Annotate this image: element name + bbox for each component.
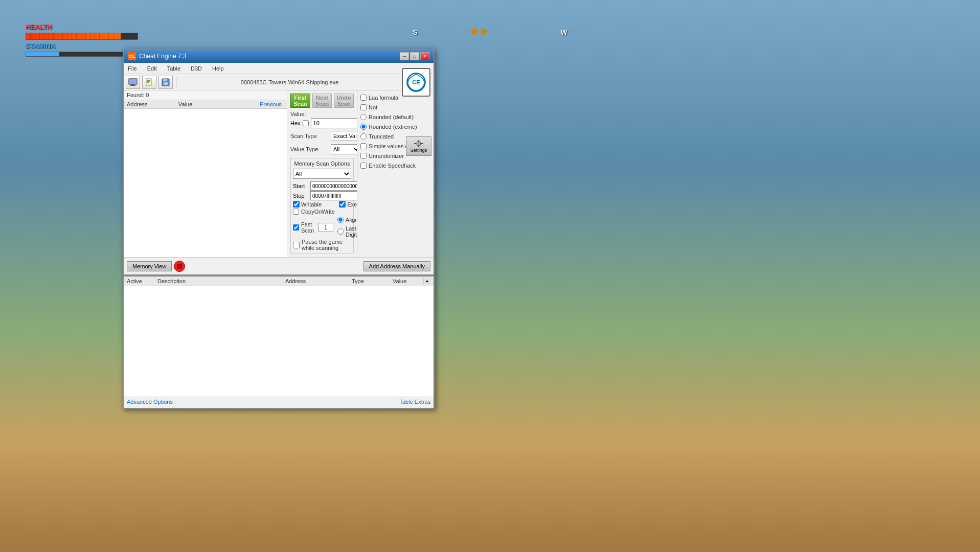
- undo-scan-button[interactable]: Undo Scan: [334, 94, 354, 108]
- svg-rect-9: [163, 79, 167, 81]
- cheat-engine-window: CE Cheat Engine 7.3 ─ □ ✕ File Edit Tabl…: [123, 49, 435, 409]
- unrandomizer-checkbox[interactable]: [360, 153, 367, 159]
- rounded-extreme-label: Rounded (extreme): [369, 124, 417, 130]
- svg-text:CE: CE: [412, 79, 420, 85]
- svg-rect-15: [418, 140, 419, 142]
- menubar: File Edit Table D3D Help: [124, 63, 434, 74]
- not-checkbox[interactable]: [360, 104, 367, 110]
- not-item: Not: [360, 104, 430, 110]
- stop-addr-input[interactable]: 00007fffffffffff: [310, 191, 357, 200]
- svg-rect-16: [418, 145, 419, 147]
- copyonwrite-checkbox[interactable]: [293, 209, 299, 215]
- open-file-button[interactable]: [142, 76, 156, 89]
- writable-item: Writable: [293, 201, 322, 208]
- menu-help[interactable]: Help: [210, 65, 226, 72]
- writable-checkbox[interactable]: [293, 201, 300, 208]
- copyonwrite-label: CopyOnWrite: [301, 209, 335, 215]
- menu-edit[interactable]: Edit: [145, 65, 159, 72]
- scan-type-select[interactable]: Exact Value Bigger than... Smaller than.…: [331, 131, 357, 141]
- left-panel: Found: 0 Address Value Previous: [124, 90, 287, 257]
- fastscan-value-input[interactable]: [318, 223, 333, 232]
- monitor-icon: [128, 78, 138, 86]
- fastscan-checkbox[interactable]: [293, 224, 299, 231]
- process-title: 0000483C-Towers-Win64-Shipping.exe: [179, 79, 400, 85]
- menu-table[interactable]: Table: [165, 65, 183, 72]
- value-label: Value:: [290, 111, 354, 117]
- ce-logo-svg: CE: [406, 72, 426, 93]
- table-scrollbar[interactable]: ▲: [423, 278, 430, 284]
- memory-view-button[interactable]: Memory View: [127, 261, 172, 271]
- menu-d3d[interactable]: D3D: [189, 65, 204, 72]
- col-description: Description: [157, 278, 285, 284]
- health-bar-fill: [26, 33, 121, 39]
- nav-arrow: ◆ ▶: [470, 25, 489, 37]
- add-address-button[interactable]: Add Address Manually: [363, 261, 430, 271]
- scrollbar-up[interactable]: ▲: [424, 278, 430, 284]
- next-scan-button[interactable]: Next Scan: [312, 94, 332, 108]
- pause-row: Pause the game while scanning: [293, 239, 351, 251]
- svg-rect-17: [414, 143, 416, 144]
- value-type-select[interactable]: All Byte 2 Bytes 4 Bytes 8 Bytes Float D…: [331, 144, 357, 154]
- save-button[interactable]: [158, 76, 173, 89]
- simple-values-checkbox[interactable]: [360, 143, 367, 149]
- compass: S W: [413, 28, 567, 36]
- stop-addr-row: Stop 00007fffffffffff: [293, 191, 351, 200]
- memory-scan-title: Memory Scan Options: [293, 160, 351, 167]
- svg-rect-3: [129, 79, 136, 84]
- found-list-body: [124, 109, 287, 257]
- value-input[interactable]: [311, 118, 357, 128]
- advanced-options-link[interactable]: Advanced Options: [127, 399, 173, 406]
- col-addr: Address: [285, 278, 352, 284]
- value-section: Value: Hex: [290, 111, 354, 128]
- fastscan-label: Fast Scan: [301, 221, 314, 234]
- memory-scan-select[interactable]: All: [293, 169, 351, 179]
- executable-item: Executable: [339, 201, 357, 208]
- speedhack-item: Enable Speedhack: [360, 163, 430, 169]
- first-scan-button[interactable]: First Scan: [290, 94, 310, 108]
- open-process-button[interactable]: [126, 76, 140, 89]
- svg-rect-10: [164, 82, 168, 85]
- start-addr-input[interactable]: 0000000000000000: [310, 181, 357, 191]
- lua-formula-checkbox[interactable]: [360, 95, 367, 101]
- speedhack-label: Enable Speedhack: [369, 163, 416, 169]
- minimize-button[interactable]: ─: [400, 52, 409, 60]
- ce-app-icon: CE: [128, 52, 136, 60]
- writable-label: Writable: [301, 201, 322, 208]
- value-type-row: Value Type All Byte 2 Bytes 4 Bytes 8 By…: [290, 144, 354, 154]
- lua-formula-item: Lua formula: [360, 95, 430, 101]
- fastscan-row: Fast Scan Alignment Last Digits: [293, 216, 351, 239]
- truncated-radio[interactable]: [360, 133, 367, 140]
- found-count: Found: 0: [124, 90, 287, 100]
- hex-checkbox[interactable]: [303, 120, 309, 126]
- table-extras-link[interactable]: Table Extras: [399, 399, 430, 406]
- value-type-label: Value Type: [290, 146, 329, 152]
- rounded-extreme-radio[interactable]: [360, 124, 367, 130]
- menu-file[interactable]: File: [126, 65, 139, 72]
- executable-checkbox[interactable]: [339, 201, 346, 208]
- compass-w: W: [561, 28, 567, 36]
- alignment-radio[interactable]: [337, 217, 344, 223]
- speedhack-checkbox[interactable]: [360, 163, 367, 169]
- titlebar-left: CE Cheat Engine 7.3: [128, 52, 187, 60]
- open-file-icon: [145, 78, 153, 86]
- col-val: Value: [393, 278, 423, 284]
- stop-icon[interactable]: [174, 261, 185, 272]
- addr-table-body: [124, 286, 434, 397]
- compass-s: S: [413, 28, 417, 36]
- titlebar-controls: ─ □ ✕: [400, 52, 429, 60]
- stamina-bar: [26, 52, 138, 57]
- pause-checkbox[interactable]: [293, 242, 300, 248]
- save-icon: [162, 78, 170, 86]
- col-type: Type: [352, 278, 393, 284]
- lastdigits-radio[interactable]: [337, 228, 344, 235]
- value-input-row: Hex: [290, 118, 354, 128]
- close-button[interactable]: ✕: [420, 52, 429, 60]
- maximize-button[interactable]: □: [410, 52, 419, 60]
- svg-rect-4: [146, 79, 151, 85]
- hud-container: HEALTH STAMINA: [26, 23, 138, 57]
- lastdigits-label: Last Digits: [346, 225, 357, 238]
- stop-label: Stop: [293, 193, 308, 199]
- settings-button[interactable]: Settings: [406, 136, 431, 156]
- toolbar: 0000483C-Towers-Win64-Shipping.exe CE Se…: [124, 74, 434, 90]
- rounded-default-radio[interactable]: [360, 114, 367, 120]
